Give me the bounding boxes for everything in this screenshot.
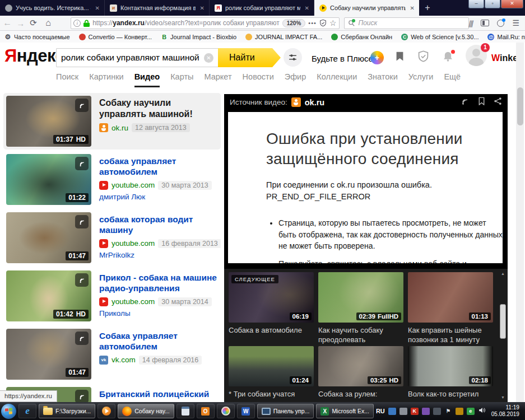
bookmark-convertio[interactable]: Convertio — Конверт... [79, 34, 152, 40]
yandex-plus-link[interactable]: Будьте в Плюсе [312, 54, 373, 63]
video-thumbnail[interactable]: 02:18 [408, 346, 493, 386]
video-author-link[interactable]: дмитрий Люк [99, 193, 218, 201]
url-text[interactable]: https://yandex.ru/video/search?text=роли… [92, 19, 280, 27]
source-site-link[interactable]: ok.ru [305, 98, 324, 107]
collections-icon[interactable] [75, 390, 89, 402]
paint-button[interactable] [217, 404, 235, 418]
outlook-button[interactable]: O [197, 404, 215, 418]
video-thumbnail[interactable]: 01:42HD [6, 270, 91, 321]
word-button[interactable]: W [237, 404, 255, 418]
home-icon[interactable]: ⌂ [40, 18, 56, 28]
bookmark-web-of-science[interactable]: CWeb of Science [v.5.30... [401, 34, 478, 40]
toolbar-search-box[interactable]: Поиск [344, 17, 469, 29]
bookmark-mailru[interactable]: @Mail.Ru: почта, поиск... [487, 34, 525, 40]
account-icon[interactable] [497, 20, 504, 27]
video-title-link[interactable]: собака управляет автомобилем [99, 156, 218, 178]
video-result[interactable]: 01:47 собака которая водит машину youtub… [3, 209, 221, 266]
related-video[interactable]: 02:18 Волк как-то встретил [408, 346, 493, 399]
antivirus-tray-icon[interactable]: K [411, 408, 419, 415]
video-thumbnail[interactable]: 01:22 [6, 154, 91, 205]
language-indicator[interactable]: RU [376, 408, 385, 414]
video-author-link[interactable]: MrPrikolkz [99, 251, 218, 259]
nav-video-active[interactable]: Видео [134, 72, 160, 87]
eset-tray-icon[interactable]: e [467, 408, 475, 415]
video-source-link[interactable]: ok.ru [111, 124, 128, 132]
video-result[interactable]: 01:42HD Прикол - собака на машине радио-… [3, 268, 221, 324]
control-panel-window-button[interactable]: Панель упр... [257, 404, 314, 418]
tab-close-icon[interactable]: ✕ [409, 5, 416, 11]
bookmark-star-icon[interactable]: ☆ [329, 18, 337, 27]
related-video[interactable]: 01:24 * Три собаки учатся водить [229, 346, 314, 409]
close-button[interactable]: ✕ [501, 0, 523, 8]
video-thumbnail[interactable]: 01:13 [408, 272, 493, 323]
nav-services[interactable]: Услуги [408, 72, 434, 87]
share-icon[interactable] [494, 97, 502, 108]
sidebar-icon[interactable] [481, 20, 489, 26]
related-video[interactable]: СЛЕДУЮЩЕЕ 06:19 Собака в автомобиле [229, 272, 314, 335]
video-title-link[interactable]: Прикол - собака на машине радио-управлен… [99, 272, 218, 294]
nav-collections[interactable]: Коллекции [317, 72, 357, 87]
collections-icon[interactable] [75, 99, 89, 112]
related-video[interactable]: 01:13 Как вправить шейные позвонки за 1 … [408, 272, 493, 345]
video-title-link[interactable]: Британский полицейский [99, 389, 218, 399]
video-thumbnail[interactable]: СЛЕДУЮЩЕЕ 06:19 [229, 272, 314, 323]
video-thumbnail[interactable]: 01:24 [229, 346, 314, 386]
video-author-link[interactable]: Приколы [99, 309, 218, 318]
video-source-link[interactable]: youtube.com [111, 297, 155, 306]
collections-icon[interactable] [75, 332, 89, 345]
collections-icon[interactable] [75, 273, 89, 287]
bookmark-journal-impact[interactable]: JOURNAL IMPACT FA... [245, 34, 322, 40]
back-icon[interactable]: ← [0, 18, 15, 28]
bookmark-sberbank[interactable]: Сбербанк Онлайн [331, 34, 392, 40]
related-video[interactable]: 03:25HD Собака за рулем: [318, 346, 403, 399]
search-query-text[interactable]: ролик собаки управляют машиной [61, 53, 204, 63]
video-thumbnail[interactable]: 01:47 [6, 212, 91, 263]
tab-close-icon[interactable]: ✕ [199, 5, 206, 11]
video-title-link[interactable]: собака которая водит машину [99, 214, 218, 236]
calculator-button[interactable] [176, 404, 194, 418]
action-center-flag-icon[interactable]: ⚑ [444, 408, 452, 415]
scrollbar-thumb[interactable] [500, 304, 506, 339]
tab-close-icon[interactable]: ✕ [304, 5, 310, 11]
page-actions-icon[interactable]: ••• [308, 20, 317, 26]
video-thumbnail[interactable]: 01:47 [6, 329, 91, 380]
update-tray-icon[interactable] [433, 408, 441, 415]
related-video-title[interactable]: Волк как-то встретил [408, 390, 493, 399]
collections-icon[interactable] [461, 97, 470, 108]
browser-tab-active[interactable]: Собаку научили управлять м ✕ [314, 0, 419, 16]
video-source-link[interactable]: youtube.com [111, 181, 155, 189]
collections-icon[interactable] [75, 215, 89, 228]
site-info-icon[interactable]: i [73, 20, 81, 27]
library-icon[interactable]: ||| [468, 19, 474, 27]
username[interactable]: Winke [491, 53, 518, 63]
related-video[interactable]: 02:39FullHD Как научить собаку преодолев… [318, 272, 403, 354]
scroll-up-icon[interactable]: ▲ [500, 272, 506, 276]
video-thumbnail[interactable]: 01:37HD [6, 96, 91, 147]
browser-tab-3[interactable]: Я ролик собаки управляют маш ✕ [210, 0, 314, 16]
messenger-tray-icon[interactable] [422, 408, 430, 415]
minimize-button[interactable]: – [468, 0, 484, 8]
nav-efir[interactable]: Эфир [285, 72, 306, 87]
nav-znatoki[interactable]: Знатоки [368, 72, 398, 87]
explorer-window-button[interactable]: F:\Загрузки... [39, 404, 95, 418]
browser-tab-2[interactable]: и Контактная информация ветк ✕ [105, 0, 210, 16]
scroll-down-icon[interactable]: ▼ [501, 395, 505, 399]
forward-icon[interactable]: → [15, 18, 26, 28]
bookmark-frequent[interactable]: ⚙Часто посещаемые [4, 34, 70, 40]
search-submit-button[interactable]: Найти [218, 48, 281, 67]
scrollbar-thumb[interactable] [517, 87, 523, 125]
nav-more[interactable]: Ещё [444, 72, 461, 87]
bookmark-bioxbio[interactable]: BJournal Impact - Bioxbio [161, 34, 236, 40]
maximize-button[interactable]: ▫ [485, 0, 500, 8]
nav-maps[interactable]: Карты [170, 72, 193, 87]
collections-flag-icon[interactable] [394, 50, 406, 62]
nav-news[interactable]: Новости [243, 72, 274, 87]
video-thumbnail[interactable]: 02:39FullHD [318, 272, 403, 323]
related-video-title[interactable]: Как вправить шейные позвонки за 1 минуту [408, 326, 493, 345]
menu-icon[interactable]: ☰ [512, 18, 519, 27]
yandex-search-box[interactable]: ролик собаки управляют машиной ✕ [56, 48, 218, 67]
clear-query-icon[interactable]: ✕ [204, 53, 213, 63]
related-panel-scrollbar[interactable]: ▲ ▼ [500, 272, 506, 399]
related-video-title[interactable]: Собака в автомобиле [229, 326, 314, 335]
firefox-window-button[interactable]: Собаку нау... [118, 404, 174, 418]
